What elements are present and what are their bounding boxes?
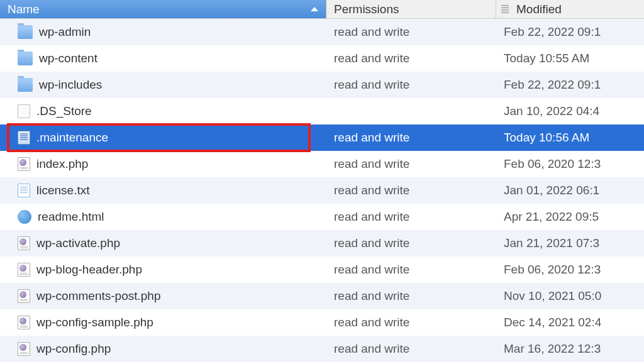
- table-row[interactable]: .DS_StoreJan 10, 2022 04:4: [0, 98, 644, 124]
- php-icon: [18, 236, 30, 250]
- plain-icon: [18, 104, 30, 118]
- cell-modified: Today 10:55 AM: [496, 52, 644, 65]
- file-name: index.php: [36, 157, 88, 171]
- file-name: license.txt: [36, 184, 89, 197]
- file-table: Name Permissions Modified wp-adminread a…: [0, 0, 644, 362]
- cell-permissions: read and write: [326, 78, 496, 92]
- cell-modified: Nov 10, 2021 05:0: [496, 289, 644, 303]
- file-name: .DS_Store: [36, 104, 92, 118]
- table-row[interactable]: index.phpread and writeFeb 06, 2020 12:3: [0, 151, 644, 177]
- php-icon: [18, 157, 30, 171]
- php-icon: [18, 263, 30, 277]
- table-row[interactable]: wp-config.phpread and writeMar 16, 2022 …: [0, 336, 644, 362]
- cell-name: .maintenance: [0, 131, 326, 145]
- table-row[interactable]: wp-blog-header.phpread and writeFeb 06, …: [0, 256, 644, 283]
- column-header-permissions-label: Permissions: [334, 3, 399, 16]
- table-row[interactable]: license.txtread and writeJan 01, 2022 06…: [0, 177, 644, 204]
- table-row[interactable]: wp-comments-post.phpread and writeNov 10…: [0, 283, 644, 309]
- html-icon: [18, 210, 31, 224]
- column-header-name[interactable]: Name: [0, 0, 326, 18]
- cell-modified: Dec 14, 2021 02:4: [496, 316, 644, 329]
- cell-permissions: read and write: [326, 236, 496, 250]
- cell-modified: Feb 06, 2020 12:3: [496, 263, 644, 277]
- cell-permissions: read and write: [326, 289, 496, 303]
- file-name: wp-includes: [39, 78, 102, 92]
- sort-ascending-icon: [311, 7, 318, 11]
- file-name: wp-admin: [39, 25, 91, 39]
- column-header-modified-label: Modified: [516, 3, 562, 16]
- php-icon: [18, 289, 30, 303]
- file-name: wp-config.php: [36, 342, 111, 356]
- file-name: .maintenance: [36, 131, 108, 145]
- cell-permissions: read and write: [326, 157, 496, 171]
- cell-permissions: read and write: [326, 52, 496, 65]
- cell-name: wp-config-sample.php: [0, 316, 326, 329]
- cell-name: wp-blog-header.php: [0, 263, 326, 277]
- cell-name: wp-content: [0, 52, 326, 65]
- cell-permissions: read and write: [326, 184, 496, 197]
- file-name: readme.html: [38, 210, 104, 224]
- cell-permissions: read and write: [326, 342, 496, 356]
- table-row[interactable]: wp-activate.phpread and writeJan 21, 202…: [0, 230, 644, 256]
- column-header-name-label: Name: [8, 3, 40, 16]
- folder-icon: [18, 52, 33, 65]
- table-row[interactable]: .maintenanceread and writeToday 10:56 AM: [0, 124, 644, 151]
- table-row[interactable]: wp-contentread and writeToday 10:55 AM: [0, 45, 644, 72]
- php-icon: [18, 316, 30, 329]
- cell-name: index.php: [0, 157, 326, 171]
- cell-modified: Mar 16, 2022 12:3: [496, 342, 644, 356]
- cell-modified: Today 10:56 AM: [496, 131, 644, 145]
- cell-name: wp-includes: [0, 78, 326, 92]
- cell-name: wp-admin: [0, 25, 326, 39]
- table-header: Name Permissions Modified: [0, 0, 644, 19]
- folder-icon: [18, 78, 33, 92]
- cell-permissions: read and write: [326, 210, 496, 224]
- column-header-permissions[interactable]: Permissions: [326, 0, 496, 18]
- cell-name: .DS_Store: [0, 104, 326, 118]
- cell-permissions: read and write: [326, 25, 496, 39]
- table-row[interactable]: wp-includesread and writeFeb 22, 2022 09…: [0, 72, 644, 98]
- cell-modified: Feb 06, 2020 12:3: [496, 157, 644, 171]
- column-header-modified[interactable]: Modified: [496, 0, 644, 18]
- table-row[interactable]: readme.htmlread and writeApr 21, 2022 09…: [0, 204, 644, 230]
- cell-modified: Apr 21, 2022 09:5: [496, 210, 644, 224]
- txt-icon: [18, 184, 30, 197]
- cell-name: readme.html: [0, 210, 326, 224]
- cell-name: wp-activate.php: [0, 236, 326, 250]
- folder-icon: [18, 25, 33, 39]
- php-icon: [18, 342, 30, 356]
- cell-modified: Feb 22, 2022 09:1: [496, 78, 644, 92]
- table-row[interactable]: wp-config-sample.phpread and writeDec 14…: [0, 309, 644, 336]
- cell-name: wp-comments-post.php: [0, 289, 326, 303]
- cell-modified: Jan 10, 2022 04:4: [496, 104, 644, 118]
- cell-permissions: read and write: [326, 316, 496, 329]
- file-name: wp-config-sample.php: [36, 316, 153, 329]
- selected-file-icon: [18, 131, 30, 145]
- file-name: wp-activate.php: [36, 236, 120, 250]
- cell-permissions: read and write: [326, 131, 496, 145]
- cell-name: wp-config.php: [0, 342, 326, 356]
- cell-name: license.txt: [0, 184, 326, 197]
- table-body: wp-adminread and writeFeb 22, 2022 09:1w…: [0, 19, 644, 362]
- cell-modified: Jan 21, 2021 07:3: [496, 236, 644, 250]
- cell-modified: Jan 01, 2022 06:1: [496, 184, 644, 197]
- file-name: wp-blog-header.php: [36, 263, 142, 277]
- cell-modified: Feb 22, 2022 09:1: [496, 25, 644, 39]
- file-name: wp-content: [39, 52, 97, 65]
- file-name: wp-comments-post.php: [36, 289, 160, 303]
- cell-permissions: read and write: [326, 263, 496, 277]
- table-row[interactable]: wp-adminread and writeFeb 22, 2022 09:1: [0, 19, 644, 45]
